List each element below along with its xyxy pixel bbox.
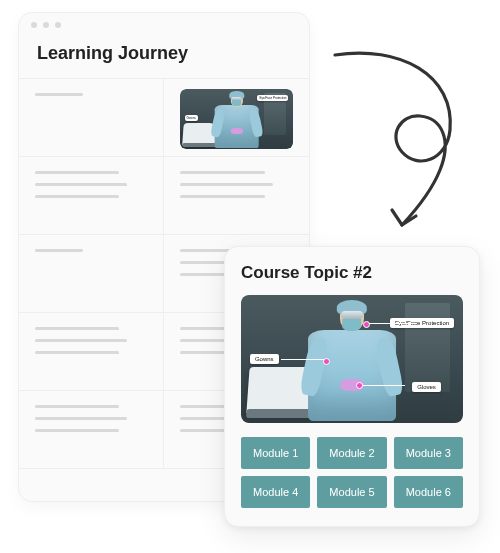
- flow-arrow-icon: [320, 40, 480, 240]
- window-dot-icon: [55, 22, 61, 28]
- course-topic-card: Course Topic #2 Gowns Eye/Face Protectio…: [224, 246, 480, 527]
- journey-cell[interactable]: [19, 235, 164, 313]
- module-2-button[interactable]: Module 2: [317, 437, 386, 469]
- module-1-button[interactable]: Module 1: [241, 437, 310, 469]
- window-titlebar: [19, 13, 309, 37]
- learning-journey-title: Learning Journey: [19, 37, 309, 78]
- callout-line: [361, 385, 405, 386]
- module-5-button[interactable]: Module 5: [317, 476, 386, 508]
- module-4-button[interactable]: Module 4: [241, 476, 310, 508]
- callout-gloves-label: Gloves: [412, 382, 441, 392]
- module-6-button[interactable]: Module 6: [394, 476, 463, 508]
- placeholder-line: [35, 405, 119, 408]
- placeholder-line: [180, 171, 265, 174]
- window-dot-icon: [43, 22, 49, 28]
- callout-line: [365, 323, 417, 324]
- journey-cell[interactable]: [19, 313, 164, 391]
- placeholder-line: [180, 195, 265, 198]
- callout-line: [281, 359, 329, 360]
- door-icon: [405, 303, 449, 393]
- placeholder-line: [35, 249, 83, 252]
- callout-pin-icon: [323, 358, 330, 365]
- journey-cell[interactable]: [19, 157, 164, 235]
- placeholder-line: [35, 183, 127, 186]
- journey-cell[interactable]: [164, 157, 309, 235]
- ppe-illustration: Gowns Eye/Face Protection: [180, 89, 293, 149]
- callout-gowns-label: Gowns: [250, 354, 279, 364]
- course-topic-title: Course Topic #2: [241, 263, 463, 283]
- placeholder-line: [35, 339, 127, 342]
- placeholder-line: [35, 327, 119, 330]
- person-icon: [209, 91, 263, 149]
- placeholder-line: [35, 195, 119, 198]
- placeholder-line: [35, 429, 119, 432]
- placeholder-line: [35, 171, 119, 174]
- ppe-illustration: Gowns Eye/Face Protection Gloves: [241, 295, 463, 423]
- journey-cell-thumbnail[interactable]: Gowns Eye/Face Protection: [164, 79, 309, 157]
- callout-pin-icon: [363, 321, 370, 328]
- course-thumbnail[interactable]: Gowns Eye/Face Protection: [180, 89, 293, 149]
- window-dot-icon: [31, 22, 37, 28]
- placeholder-line: [35, 93, 83, 96]
- journey-cell[interactable]: [19, 391, 164, 469]
- placeholder-line: [35, 417, 127, 420]
- journey-cell[interactable]: [19, 79, 164, 157]
- placeholder-line: [180, 183, 273, 186]
- module-grid: Module 1 Module 2 Module 3 Module 4 Modu…: [241, 437, 463, 508]
- callout-eye-label: Eye/Face Protection: [257, 95, 288, 101]
- course-hero-image[interactable]: Gowns Eye/Face Protection Gloves: [241, 295, 463, 423]
- module-3-button[interactable]: Module 3: [394, 437, 463, 469]
- placeholder-line: [35, 351, 119, 354]
- callout-gowns-label: Gowns: [185, 115, 198, 121]
